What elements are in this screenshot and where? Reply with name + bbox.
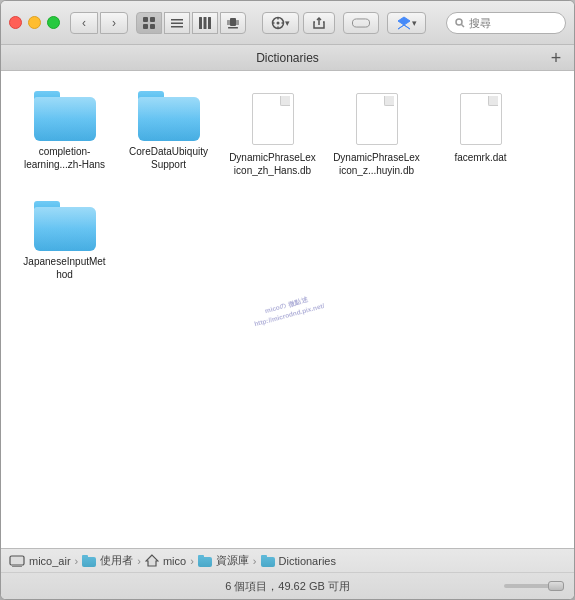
breadcrumb-users-label: 使用者 bbox=[100, 553, 133, 568]
breadcrumb-sep: › bbox=[75, 555, 79, 567]
file-content: micoの 微點述 http://microdnd.pix.net/ compl… bbox=[1, 71, 574, 548]
action-chevron: ▾ bbox=[285, 18, 290, 28]
svg-marker-28 bbox=[146, 555, 158, 566]
share-button[interactable] bbox=[303, 12, 335, 34]
breadcrumb-library-label: 資源庫 bbox=[216, 553, 249, 568]
svg-rect-2 bbox=[143, 24, 148, 29]
svg-rect-1 bbox=[150, 17, 155, 22]
file-grid: completion-learning...zh-Hans CoreDataUb… bbox=[17, 87, 558, 285]
svg-rect-4 bbox=[171, 19, 183, 21]
svg-rect-5 bbox=[171, 22, 183, 24]
pill-button[interactable] bbox=[343, 12, 379, 34]
maximize-button[interactable] bbox=[47, 16, 60, 29]
folder-title: Dictionaries bbox=[29, 51, 546, 65]
view-list-button[interactable] bbox=[164, 12, 190, 34]
breadcrumb: mico_air › 使用者 › mico › bbox=[1, 549, 574, 573]
search-icon bbox=[455, 18, 465, 28]
dropbox-button[interactable]: ▾ bbox=[387, 12, 426, 34]
svg-rect-8 bbox=[204, 17, 207, 29]
breadcrumb-computer-label: mico_air bbox=[29, 555, 71, 567]
view-coverflow-button[interactable] bbox=[220, 12, 246, 34]
list-item[interactable]: CoreDataUbiquity Support bbox=[121, 87, 216, 181]
file-icon bbox=[353, 91, 401, 147]
svg-rect-12 bbox=[236, 20, 239, 25]
action-button[interactable]: ▾ bbox=[262, 12, 299, 34]
file-icon bbox=[249, 91, 297, 147]
titlebar: ‹ › bbox=[1, 1, 574, 45]
search-input[interactable] bbox=[469, 17, 549, 29]
breadcrumb-home-label: mico bbox=[163, 555, 186, 567]
svg-rect-10 bbox=[230, 18, 236, 26]
back-button[interactable]: ‹ bbox=[70, 12, 98, 34]
breadcrumb-sep: › bbox=[253, 555, 257, 567]
svg-marker-22 bbox=[398, 17, 410, 29]
file-label: DynamicPhraseLexicon_z...huyin.db bbox=[333, 151, 420, 177]
resize-slider[interactable] bbox=[504, 584, 564, 588]
window-controls bbox=[9, 16, 60, 29]
folder-icon bbox=[138, 91, 200, 141]
list-item[interactable]: completion-learning...zh-Hans bbox=[17, 87, 112, 181]
svg-rect-21 bbox=[352, 18, 369, 26]
minimize-button[interactable] bbox=[28, 16, 41, 29]
svg-rect-0 bbox=[143, 17, 148, 22]
svg-line-24 bbox=[462, 24, 465, 27]
view-columns-button[interactable] bbox=[192, 12, 218, 34]
search-box[interactable] bbox=[446, 12, 566, 34]
slider-thumb bbox=[548, 581, 564, 591]
home-icon bbox=[145, 554, 159, 567]
list-item[interactable]: JapaneseInputMethod bbox=[17, 197, 112, 285]
file-label: facemrk.dat bbox=[454, 151, 506, 164]
breadcrumb-item-computer[interactable]: mico_air bbox=[9, 555, 71, 567]
forward-button[interactable]: › bbox=[100, 12, 128, 34]
list-item[interactable]: DynamicPhraseLexicon_z...huyin.db bbox=[329, 87, 424, 181]
finder-window: ‹ › bbox=[0, 0, 575, 600]
breadcrumb-sep: › bbox=[190, 555, 194, 567]
file-icon bbox=[457, 91, 505, 147]
svg-point-23 bbox=[456, 19, 462, 25]
svg-rect-27 bbox=[12, 566, 22, 567]
breadcrumb-item-library[interactable]: 資源庫 bbox=[198, 553, 249, 568]
view-controls bbox=[136, 12, 246, 34]
svg-rect-11 bbox=[227, 20, 230, 25]
folder-icon bbox=[34, 91, 96, 141]
breadcrumb-dictionaries-label: Dictionaries bbox=[279, 555, 336, 567]
breadcrumb-folder-icon bbox=[261, 555, 275, 567]
breadcrumb-folder-icon bbox=[82, 555, 96, 567]
list-item[interactable]: facemrk.dat bbox=[433, 87, 528, 181]
add-button[interactable]: + bbox=[546, 48, 566, 68]
status-text: 6 個項目，49.62 GB 可用 bbox=[225, 579, 350, 594]
computer-icon bbox=[9, 555, 25, 567]
file-label: DynamicPhraseLexicon_zh_Hans.db bbox=[229, 151, 316, 177]
breadcrumb-item-users[interactable]: 使用者 bbox=[82, 553, 133, 568]
list-item[interactable]: DynamicPhraseLexicon_zh_Hans.db bbox=[225, 87, 320, 181]
breadcrumb-sep: › bbox=[137, 555, 141, 567]
file-label: CoreDataUbiquity Support bbox=[125, 145, 212, 171]
status-bottom: 6 個項目，49.62 GB 可用 bbox=[1, 573, 574, 599]
statusbar: mico_air › 使用者 › mico › bbox=[1, 548, 574, 599]
breadcrumb-folder-icon bbox=[198, 555, 212, 567]
nav-buttons: ‹ › bbox=[70, 12, 128, 34]
svg-rect-3 bbox=[150, 24, 155, 29]
folder-icon bbox=[34, 201, 96, 251]
svg-rect-13 bbox=[228, 27, 238, 29]
svg-point-15 bbox=[277, 21, 280, 24]
svg-rect-25 bbox=[10, 556, 24, 565]
folder-titlebar: Dictionaries + bbox=[1, 45, 574, 71]
close-button[interactable] bbox=[9, 16, 22, 29]
breadcrumb-item-home[interactable]: mico bbox=[145, 554, 186, 567]
breadcrumb-item-dictionaries[interactable]: Dictionaries bbox=[261, 555, 336, 567]
svg-rect-9 bbox=[208, 17, 211, 29]
svg-rect-7 bbox=[199, 17, 202, 29]
file-label: completion-learning...zh-Hans bbox=[21, 145, 108, 171]
file-label: JapaneseInputMethod bbox=[21, 255, 108, 281]
view-icon-button[interactable] bbox=[136, 12, 162, 34]
svg-rect-6 bbox=[171, 26, 183, 28]
